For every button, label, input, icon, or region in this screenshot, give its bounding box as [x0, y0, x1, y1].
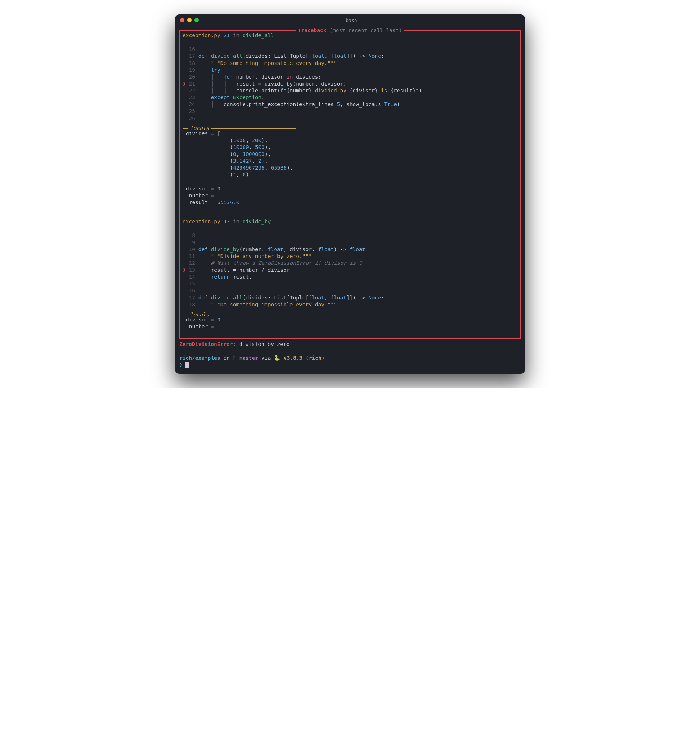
prompt-input[interactable]: ❯ — [179, 362, 521, 368]
traceback-title: Traceback (most recent call last) — [296, 27, 404, 34]
code-line: 17 def divide_all(divides: List[Tuple[fl… — [183, 294, 517, 301]
locals-row: │ (0, 1000000), — [186, 151, 293, 157]
locals-row: │ (10000, 500), — [186, 144, 293, 151]
window-titlebar: -bash — [175, 14, 525, 26]
code-line: 12 │ # Will throw a ZeroDivisionError if… — [183, 260, 517, 267]
code-line: 23 │ except Exception: — [183, 94, 517, 101]
code-line: 15 — [183, 280, 517, 287]
python-icon: 🐍 — [274, 355, 280, 361]
cursor-icon — [185, 362, 189, 368]
code-line: 25 — [183, 108, 517, 115]
terminal-window: -bash Traceback (most recent call last) … — [175, 14, 525, 374]
code-line: 9 — [183, 239, 517, 246]
code-line: 18 │ """Do something impossible every da… — [183, 301, 517, 308]
terminal-body[interactable]: Traceback (most recent call last) except… — [175, 26, 525, 374]
code-line: 19 │ try: — [183, 67, 517, 73]
git-branch-icon: ᚴ — [233, 355, 236, 361]
code-line: 11 │ """Divide any number by zero.""" — [183, 253, 517, 260]
code-line: 16 — [183, 46, 517, 53]
locals-row: │ (1, 0) — [186, 171, 293, 178]
locals-row: │ (3.1427, 2), — [186, 157, 293, 165]
code-line: 10 def divide_by(number: float, divisor:… — [183, 246, 517, 253]
window-title: -bash — [175, 18, 525, 23]
locals-row: │ (1000, 200), — [186, 137, 293, 144]
locals-row: number = 1 — [186, 192, 293, 199]
code-line: ❱ 21 │ │ │ result = divide_by(number, di… — [183, 81, 517, 87]
locals-row: number = 1 — [186, 323, 223, 330]
code-line: 16 — [183, 287, 517, 294]
code-line: 17 def divide_all(divides: List[Tuple[fl… — [183, 53, 517, 60]
maximize-icon[interactable] — [194, 18, 199, 22]
locals-title: locals — [188, 311, 211, 318]
window-controls — [180, 18, 199, 22]
code-line: 22 │ │ │ console.print(f"{number} divide… — [183, 87, 517, 94]
chevron-icon: ❯ — [179, 362, 183, 368]
code-line: 18 │ """Do something impossible every da… — [183, 60, 517, 67]
locals-row: result = 65536.0 — [186, 199, 293, 206]
locals-row: │ (4294967296, 65536), — [186, 165, 293, 171]
frame-header: exception.py:13 in divide_by — [183, 218, 517, 225]
locals-title: locals — [188, 125, 211, 132]
locals-row: ] — [186, 179, 293, 185]
code-line: 20 │ │ for number, divisor in divides: — [183, 73, 517, 81]
minimize-icon[interactable] — [187, 18, 192, 22]
prompt-line: rich/examples on ᚴ master via 🐍 v3.8.3 (… — [179, 355, 521, 362]
locals-row: divisor = 0 — [186, 185, 293, 192]
error-line: ZeroDivisionError: division by zero — [179, 341, 521, 348]
code-line: 14 │ return result — [183, 274, 517, 280]
locals-panel: localsdivides = [ │ (1000, 200), │ (1000… — [183, 128, 296, 209]
code-line: 26 — [183, 115, 517, 122]
locals-panel: localsdivisor = 0 number = 1 — [183, 315, 226, 333]
code-line: 8 — [183, 232, 517, 239]
close-icon[interactable] — [180, 18, 184, 22]
code-line: 24 │ │ console.print_exception(extra_lin… — [183, 101, 517, 108]
code-line: ❱ 13 │ result = number / divisor — [183, 267, 517, 274]
traceback-panel: Traceback (most recent call last) except… — [179, 30, 521, 339]
